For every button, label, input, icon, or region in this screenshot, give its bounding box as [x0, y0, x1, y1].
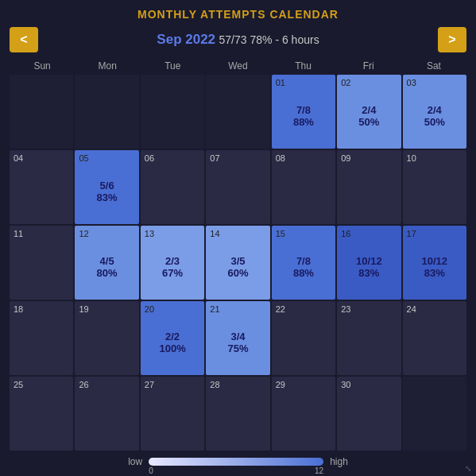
- cell-percent: 75%: [227, 342, 248, 354]
- table-row[interactable]: 09: [337, 150, 401, 224]
- table-row[interactable]: 04: [10, 150, 73, 224]
- cell-fraction: 3/4: [230, 331, 245, 342]
- day-number: 04: [14, 153, 23, 163]
- table-row[interactable]: [206, 75, 269, 149]
- table-row[interactable]: 27: [141, 377, 204, 451]
- cell-fraction: 10/12: [422, 255, 448, 267]
- day-number: 30: [341, 380, 350, 389]
- table-row[interactable]: 11: [10, 226, 73, 300]
- cell-fraction: 7/8: [296, 104, 311, 116]
- table-row[interactable]: 022/450%: [337, 75, 401, 149]
- day-number: 26: [79, 380, 88, 389]
- table-row[interactable]: 23: [337, 301, 401, 375]
- table-row[interactable]: 25: [10, 377, 73, 451]
- day-number: 09: [341, 153, 350, 163]
- day-number: 13: [145, 229, 154, 238]
- legend-tick-left: 0: [149, 466, 153, 475]
- table-row[interactable]: 22: [272, 301, 335, 375]
- day-number: 10: [407, 153, 416, 163]
- day-number: 20: [145, 304, 154, 314]
- cell-percent: 60%: [227, 267, 248, 279]
- day-number: 17: [407, 229, 416, 238]
- cell-data: 7/888%: [276, 229, 331, 296]
- table-row[interactable]: 10: [403, 150, 466, 224]
- day-number: 08: [276, 153, 285, 163]
- day-number: 25: [14, 380, 23, 389]
- header-fri: Fri: [336, 59, 401, 73]
- table-row[interactable]: 143/560%: [206, 226, 269, 300]
- table-row[interactable]: 1610/1283%: [337, 226, 401, 300]
- day-number: 19: [79, 304, 88, 314]
- table-row[interactable]: 30: [337, 377, 401, 451]
- day-number: 14: [210, 229, 219, 238]
- cell-fraction: 10/12: [356, 255, 382, 267]
- header-mon: Mon: [75, 59, 140, 73]
- legend-high: high: [330, 456, 348, 467]
- table-row[interactable]: 055/683%: [75, 150, 138, 224]
- cell-percent: 67%: [162, 267, 183, 279]
- table-row[interactable]: 124/580%: [75, 226, 138, 300]
- table-row[interactable]: [10, 75, 73, 149]
- next-month-button[interactable]: >: [438, 27, 466, 52]
- cell-data: 2/450%: [341, 78, 397, 145]
- table-row[interactable]: 26: [75, 377, 138, 451]
- day-number: 03: [407, 78, 416, 87]
- table-row[interactable]: [75, 75, 138, 149]
- cell-percent: 80%: [97, 267, 118, 279]
- day-number: 18: [14, 304, 23, 314]
- legend-low: low: [128, 456, 142, 467]
- prev-month-button[interactable]: <: [10, 27, 38, 52]
- table-row[interactable]: 18: [10, 301, 73, 375]
- cell-fraction: 2/4: [362, 104, 376, 116]
- table-row[interactable]: 213/475%: [206, 301, 269, 375]
- cell-percent: 100%: [159, 342, 185, 354]
- cell-fraction: 2/2: [165, 331, 180, 342]
- cell-data: 2/367%: [145, 229, 200, 296]
- calendar-title: MONTHLY ATTEMPTS CALENDAR: [10, 8, 466, 21]
- cell-data: 2/2100%: [145, 304, 200, 372]
- header-wed: Wed: [205, 59, 270, 73]
- table-row[interactable]: 202/2100%: [141, 301, 204, 375]
- table-row[interactable]: 1710/1283%: [403, 226, 466, 300]
- cell-data: 2/450%: [407, 78, 462, 145]
- day-number: 11: [14, 229, 23, 238]
- table-row[interactable]: [141, 75, 204, 149]
- cell-fraction: 7/8: [296, 255, 311, 267]
- table-row[interactable]: 157/888%: [272, 226, 335, 300]
- calendar-grid: 017/888%022/450%032/450%04055/683%060708…: [10, 75, 466, 451]
- day-number: 06: [145, 153, 154, 163]
- legend-ticks: 0 12: [149, 466, 323, 475]
- table-row[interactable]: 132/367%: [141, 226, 204, 300]
- legend-bar-wrap: 0 12: [149, 455, 323, 468]
- month-label: Sep 2022: [157, 32, 215, 47]
- cell-data: 4/580%: [79, 229, 134, 296]
- legend-tick-right: 12: [315, 466, 323, 475]
- table-row[interactable]: [403, 377, 466, 451]
- cell-data: 7/888%: [276, 78, 331, 145]
- month-info: Sep 2022 57/73 78% - 6 hours: [157, 32, 319, 48]
- table-row[interactable]: 08: [272, 150, 335, 224]
- legend-row: low 0 12 high: [10, 455, 466, 468]
- resize-icon: ⤡: [465, 464, 471, 473]
- table-row[interactable]: 032/450%: [403, 75, 466, 149]
- day-number: 07: [210, 153, 219, 163]
- month-summary: 57/73 78% - 6 hours: [219, 32, 319, 47]
- day-number: 23: [341, 304, 350, 314]
- cell-percent: 50%: [424, 116, 445, 128]
- cell-fraction: 2/3: [165, 255, 180, 267]
- table-row[interactable]: 19: [75, 301, 138, 375]
- cell-fraction: 4/5: [100, 255, 114, 267]
- cell-percent: 83%: [424, 267, 445, 279]
- header-tue: Tue: [140, 59, 205, 73]
- table-row[interactable]: 28: [206, 377, 269, 451]
- table-row[interactable]: 017/888%: [272, 75, 335, 149]
- table-row[interactable]: 29: [272, 377, 335, 451]
- table-row[interactable]: 06: [141, 150, 204, 224]
- cell-data: 3/475%: [210, 304, 265, 372]
- cell-percent: 83%: [358, 267, 379, 279]
- cell-percent: 88%: [293, 267, 314, 279]
- legend-bar: [149, 458, 323, 466]
- table-row[interactable]: 24: [403, 301, 466, 375]
- cell-data: 10/1283%: [341, 229, 397, 296]
- table-row[interactable]: 07: [206, 150, 269, 224]
